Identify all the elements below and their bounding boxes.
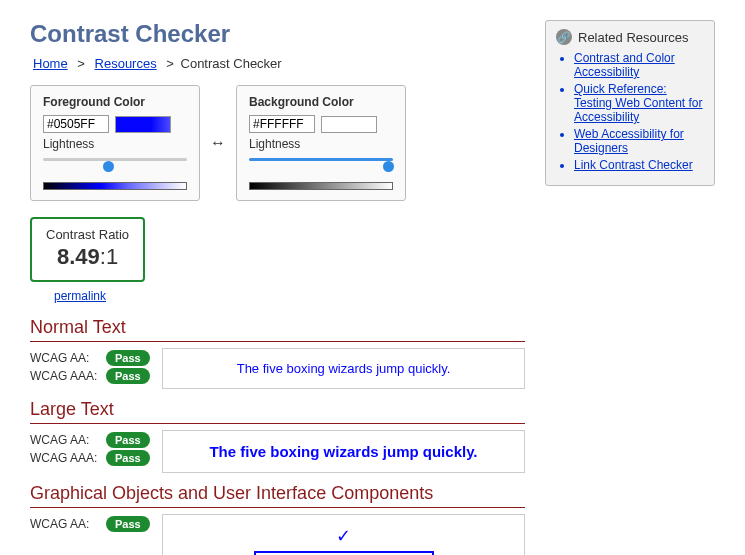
related-resources-box: 🔗 Related Resources Contrast and Color A… [545, 20, 715, 186]
breadcrumb-sep: > [166, 56, 174, 71]
breadcrumb-sep: > [77, 56, 85, 71]
page-title: Contrast Checker [30, 20, 525, 48]
normal-aa-badge: Pass [106, 350, 150, 366]
breadcrumb-home[interactable]: Home [33, 56, 68, 71]
related-header: Related Resources [578, 30, 689, 45]
breadcrumb: Home > Resources > Contrast Checker [30, 56, 525, 71]
permalink-link[interactable]: permalink [54, 289, 106, 303]
large-aa-badge: Pass [106, 432, 150, 448]
foreground-lightness-slider[interactable] [43, 158, 187, 178]
checkmark-icon: ✓ [336, 525, 351, 547]
large-aaa-badge: Pass [106, 450, 150, 466]
ui-sample-box: ✓ [162, 514, 525, 555]
foreground-lightness-label: Lightness [43, 137, 187, 151]
foreground-hex-input[interactable] [43, 115, 109, 133]
contrast-ratio-box: Contrast Ratio 8.49:1 [30, 217, 145, 282]
contrast-ratio-value: 8.49:1 [46, 244, 129, 270]
section-normal-text: Normal Text [30, 317, 525, 342]
ui-aa-badge: Pass [106, 516, 150, 532]
background-title: Background Color [249, 95, 354, 109]
foreground-hue-bar[interactable] [43, 182, 187, 190]
swap-colors-icon[interactable]: ↔ [210, 134, 226, 152]
normal-text-sample[interactable]: The five boxing wizards jump quickly. [162, 348, 525, 389]
foreground-swatch[interactable] [115, 116, 171, 133]
section-ui-components: Graphical Objects and User Interface Com… [30, 483, 525, 508]
foreground-card: Foreground Color Lightness [30, 85, 200, 201]
background-card: Background Color Lightness [236, 85, 406, 201]
large-aa-label: WCAG AA: [30, 433, 98, 447]
normal-aa-label: WCAG AA: [30, 351, 98, 365]
background-hex-input[interactable] [249, 115, 315, 133]
related-link[interactable]: Contrast and Color Accessibility [574, 51, 675, 79]
related-link[interactable]: Web Accessibility for Designers [574, 127, 684, 155]
background-lightness-label: Lightness [249, 137, 393, 151]
normal-aaa-badge: Pass [106, 368, 150, 384]
background-swatch[interactable] [321, 116, 377, 133]
breadcrumb-current: Contrast Checker [181, 56, 282, 71]
ui-aa-label: WCAG AA: [30, 517, 98, 531]
large-text-sample[interactable]: The five boxing wizards jump quickly. [162, 430, 525, 473]
normal-aaa-label: WCAG AAA: [30, 369, 98, 383]
foreground-title: Foreground Color [43, 95, 145, 109]
related-link[interactable]: Link Contrast Checker [574, 158, 693, 172]
section-large-text: Large Text [30, 399, 525, 424]
demo-text-input[interactable] [254, 551, 434, 555]
related-link[interactable]: Quick Reference: Testing Web Content for… [574, 82, 703, 124]
link-icon: 🔗 [556, 29, 572, 45]
background-hue-bar[interactable] [249, 182, 393, 190]
large-aaa-label: WCAG AAA: [30, 451, 98, 465]
main-content: Contrast Checker Home > Resources > Cont… [30, 20, 525, 555]
background-lightness-slider[interactable] [249, 158, 393, 178]
contrast-ratio-title: Contrast Ratio [46, 227, 129, 242]
breadcrumb-resources[interactable]: Resources [95, 56, 157, 71]
